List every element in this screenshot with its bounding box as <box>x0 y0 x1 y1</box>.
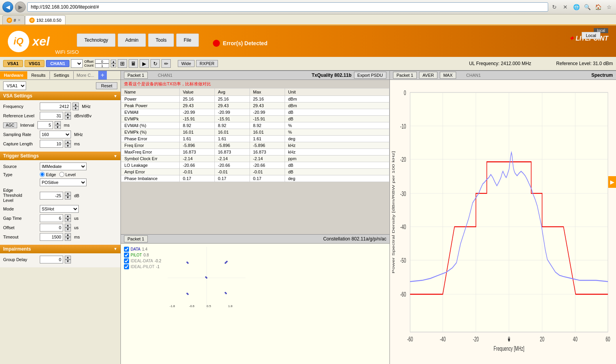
group-delay-input[interactable] <box>40 256 63 263</box>
wide-button[interactable]: Wide <box>178 60 195 67</box>
freq-up[interactable]: ▲ <box>73 102 79 106</box>
threshold-input[interactable] <box>40 192 63 200</box>
right-edge-arrow[interactable]: ▶ <box>608 176 616 188</box>
edge-polarity-select[interactable]: POSitive <box>40 178 87 186</box>
group-delay-down[interactable]: ▼ <box>65 260 71 263</box>
tab-results[interactable]: Results <box>27 71 50 79</box>
capture-down[interactable]: ▼ <box>65 144 71 148</box>
offset-down[interactable]: ▼ <box>111 64 116 67</box>
pilot-checkbox[interactable] <box>124 253 129 258</box>
impairments-content: Group Delay ▲ ▼ <box>0 253 120 267</box>
chan1-label-top: CHAN1 <box>158 73 172 78</box>
chan-select[interactable] <box>71 59 83 68</box>
constellation-packet-tab[interactable]: Packet 1 <box>124 235 148 242</box>
spectrum-packet-tab[interactable]: Packet 1 <box>393 72 417 79</box>
interval-up[interactable]: ▲ <box>55 121 61 125</box>
svg-point-8 <box>225 292 226 293</box>
impairments-header[interactable]: Impairments ▼ <box>0 245 120 253</box>
table-row: EVMPk (%)16.0116.0116.01% <box>121 129 389 136</box>
source-select[interactable]: IMMediate <box>40 163 87 170</box>
offset-down2[interactable]: ▼ <box>65 228 71 231</box>
stop-icon[interactable]: ✕ <box>561 2 570 12</box>
local-button[interactable]: Local <box>582 32 600 39</box>
refresh-icon[interactable]: ↻ <box>550 2 559 12</box>
table-header-row: Name Value Avg Max Unit <box>121 88 389 96</box>
svg-text:Power Spectral Density [dBm/RB: Power Spectral Density [dBm/RBW per 100 … <box>391 151 396 274</box>
url-bar[interactable] <box>27 2 548 12</box>
rxper-button[interactable]: RXPER <box>196 60 218 67</box>
ideal-pilot-checkbox[interactable] <box>124 264 129 269</box>
freq-down[interactable]: ▼ <box>73 106 79 110</box>
trigger-header[interactable]: Trigger Settings ▼ <box>0 152 120 160</box>
group-delay-up[interactable]: ▲ <box>65 256 71 260</box>
chan-button[interactable]: CHAN1 <box>46 60 69 67</box>
group-delay-label: Group Delay <box>3 257 38 262</box>
grid-icon[interactable]: ⊞ <box>118 59 127 68</box>
edge-radio[interactable]: Edge <box>40 172 56 177</box>
tools-button[interactable]: Tools <box>148 34 174 47</box>
vsa-dropdown[interactable]: VSA1 <box>3 81 26 90</box>
mode-select[interactable]: SSHot <box>40 205 79 213</box>
interval-down[interactable]: ▼ <box>55 125 61 129</box>
vsg-button[interactable]: VSG1 <box>25 60 44 67</box>
data-checkbox[interactable] <box>124 247 129 252</box>
gap-up[interactable]: ▲ <box>65 214 71 218</box>
tab-hash[interactable]: @ # ✕ <box>2 15 25 25</box>
ref-down[interactable]: ▼ <box>65 116 71 120</box>
agc-button[interactable]: AGC <box>3 122 17 128</box>
cell-max: 16.873 <box>250 149 285 155</box>
tab-settings[interactable]: Settings <box>50 71 74 79</box>
max-tab[interactable]: MAX <box>440 72 456 79</box>
search-icon[interactable]: 🔍 <box>582 2 592 12</box>
reset-button[interactable]: Reset <box>96 82 117 89</box>
export-psdu-button[interactable]: Export PSDU <box>354 72 386 79</box>
gap-time-input[interactable] <box>40 214 63 222</box>
txquality-table-wrapper[interactable]: Name Value Avg Max Unit Power25.1625.162… <box>121 88 389 234</box>
vsa-button[interactable]: VSA1 <box>3 60 23 67</box>
back-button[interactable]: ◀ <box>2 2 13 12</box>
tab-hardware[interactable]: Hardware <box>0 71 27 79</box>
technology-button[interactable]: Technology <box>77 34 115 47</box>
pencil-icon[interactable]: ✏ <box>161 59 171 68</box>
offset-input[interactable] <box>95 59 109 64</box>
aver-tab[interactable]: AVER <box>419 72 437 79</box>
ref-up[interactable]: ▲ <box>65 112 71 116</box>
type-label: Type <box>3 172 38 177</box>
vsa-settings-header[interactable]: VSA Settings ▼ <box>0 92 120 100</box>
home-icon[interactable]: 🏠 <box>593 2 603 12</box>
timeout-input[interactable] <box>40 233 63 241</box>
ref-level-row: Reference Level ▲ ▼ dBm/dBv <box>3 112 117 120</box>
calc-icon[interactable]: 🖩 <box>129 59 138 68</box>
tab1-close[interactable]: ✕ <box>18 18 21 22</box>
tab-more[interactable]: More C... <box>74 71 97 79</box>
offset-input2[interactable] <box>40 224 63 231</box>
threshold-up[interactable]: ▲ <box>65 192 71 196</box>
play-icon[interactable]: ▶ <box>140 59 149 68</box>
packet1-tab[interactable]: Packet 1 <box>124 72 148 79</box>
tab-ip[interactable]: @ 192.168.0.50 <box>25 15 65 25</box>
add-panel-button[interactable]: + <box>98 71 107 80</box>
ideal-data-checkbox[interactable] <box>124 258 129 263</box>
offset-up[interactable]: ▲ <box>111 60 116 64</box>
star-icon[interactable]: ☆ <box>604 2 614 12</box>
cell-max: -20.99 <box>250 109 285 116</box>
file-button[interactable]: File <box>176 34 198 47</box>
capture-input[interactable] <box>40 140 63 148</box>
gap-spinner: ▲ ▼ <box>65 214 71 222</box>
ref-level-input[interactable] <box>40 112 63 120</box>
timeout-up[interactable]: ▲ <box>65 233 71 237</box>
forward-button[interactable]: ▶ <box>15 2 26 12</box>
refresh-toolbar-icon[interactable]: ↻ <box>150 59 160 68</box>
count-input[interactable] <box>95 64 109 68</box>
level-radio[interactable]: Level <box>59 172 76 177</box>
offset-up2[interactable]: ▲ <box>65 224 71 228</box>
capture-up[interactable]: ▲ <box>65 140 71 144</box>
interval-input[interactable] <box>37 121 53 129</box>
gap-down[interactable]: ▼ <box>65 218 71 222</box>
threshold-down[interactable]: ▼ <box>65 196 71 200</box>
freq-input[interactable] <box>40 102 71 110</box>
vsa-settings-content: Frequency ▲ ▼ MHz Reference Level ▲ ▼ <box>0 100 120 152</box>
admin-button[interactable]: Admin <box>118 34 146 47</box>
sampling-rate-select[interactable]: 160 <box>40 131 71 138</box>
timeout-down[interactable]: ▼ <box>65 237 71 241</box>
